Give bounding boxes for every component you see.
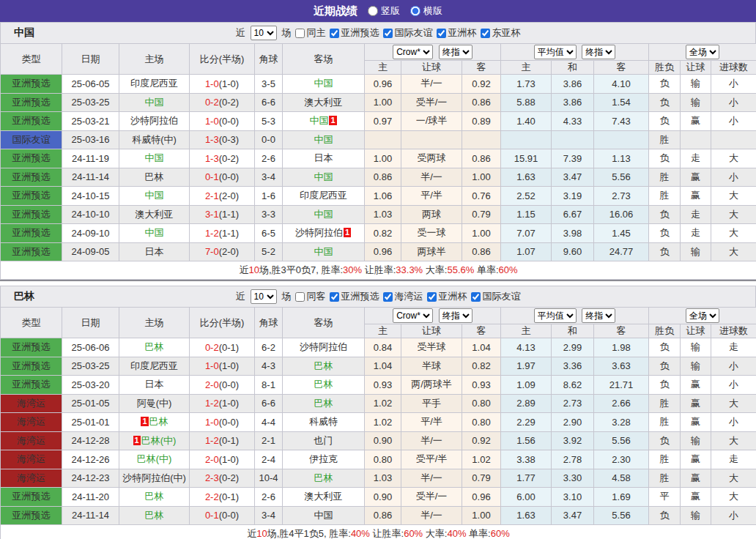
away-team-name: 巴林: [314, 360, 333, 371]
avg-home-odds-cell: 5.88: [501, 93, 552, 112]
result-goals-cell: 小: [711, 413, 756, 432]
avg-draw-odds-cell: 3.36: [552, 357, 594, 376]
col-type-header: 类型: [1, 44, 62, 75]
bookmaker-handicap-cell: 半球: [401, 357, 462, 376]
recent-count-select[interactable]: 10: [251, 26, 277, 40]
corners-cell: 2-1: [255, 431, 283, 450]
same-venue-checkbox[interactable]: [295, 292, 305, 302]
away-team-cell: 巴林: [283, 469, 365, 488]
home-team-cell: 1巴林(中): [119, 431, 190, 450]
average-odds-group: 平均值 终指: [501, 44, 649, 61]
bookmaker-home-odds-cell: 1.00: [365, 93, 401, 112]
same-venue-option[interactable]: 同主: [295, 26, 326, 40]
match-row: 亚洲预选24-09-10中国1-2(1-1)6-5沙特阿拉伯10.82受一球1.…: [1, 224, 756, 243]
date-cell: 24-11-19: [62, 149, 119, 168]
vertical-radio-label: 竖版: [381, 4, 400, 18]
bookmaker-away-odds-cell: 1.02: [462, 450, 501, 469]
match-row: 亚洲预选25-03-21沙特阿拉伯1-0(0-0)5-3中国10.97一/球半0…: [1, 112, 756, 131]
recent-count-select[interactable]: 10: [251, 289, 277, 304]
summary-segment: 10: [256, 528, 267, 539]
result-goals-cell: [711, 130, 756, 149]
home-team-name: 中国: [145, 227, 164, 238]
avg-home-odds-cell: 1.77: [501, 469, 552, 488]
competition-checkbox[interactable]: [481, 29, 490, 38]
bookmaker-away-odds-cell: 0.89: [462, 112, 501, 131]
vertical-radio[interactable]: [368, 6, 378, 16]
competition-checkbox[interactable]: [383, 29, 393, 38]
scope-select[interactable]: 全场: [686, 45, 719, 59]
date-cell: 24-12-28: [62, 431, 119, 450]
date-cell: 24-10-15: [62, 187, 119, 206]
average-select[interactable]: 平均值: [534, 308, 577, 323]
competition-option[interactable]: 海湾运: [383, 290, 423, 303]
competition-option[interactable]: 亚洲预选: [330, 290, 379, 303]
avg-draw-odds-cell: 8.62: [552, 376, 594, 395]
competition-checkbox[interactable]: [330, 29, 339, 38]
halftime-score: (0-3): [219, 134, 239, 145]
odds-away-header: 客: [462, 324, 501, 338]
home-team-cell: 沙特阿拉伯(中): [119, 469, 190, 488]
avg-draw-odds-cell: 6.67: [552, 205, 594, 224]
competition-label: 东亚杯: [492, 26, 521, 40]
avg-draw-odds-cell: 3.30: [552, 469, 594, 488]
average-odds-type-select[interactable]: 终指: [582, 45, 615, 59]
competition-option[interactable]: 国际友谊: [471, 290, 521, 303]
competition-checkbox[interactable]: [383, 292, 393, 302]
summary-segment: 10: [248, 264, 259, 275]
bookmaker-away-odds-cell: 0.80: [462, 413, 501, 432]
competition-label: 国际友谊: [483, 290, 521, 303]
halftime-score: (1-0): [219, 78, 239, 89]
odds-handicap-header: 让球: [401, 324, 462, 338]
avg-draw-odds-cell: 2.78: [552, 450, 594, 469]
average-select[interactable]: 平均值: [534, 45, 577, 59]
away-team-name: 中国: [314, 209, 333, 220]
summary-row: 近10场,胜3平0负7, 胜率:30% 让胜率:33.3% 大率:55.6% 单…: [1, 261, 756, 280]
col-corners-header: 角球: [255, 308, 283, 338]
bookmaker-select[interactable]: Crow*: [393, 45, 433, 59]
same-venue-checkbox[interactable]: [295, 29, 305, 38]
layout-horizontal-option[interactable]: 横版: [410, 4, 442, 18]
bookmaker-away-odds-cell: 0.76: [462, 187, 501, 206]
bookmaker-home-odds-cell: 0.97: [365, 112, 401, 131]
competition-option[interactable]: 东亚杯: [481, 26, 521, 40]
competition-option[interactable]: 亚洲杯: [427, 290, 467, 303]
bookmaker-odds-type-select[interactable]: 终指: [439, 45, 472, 59]
score-cell: 1-0(1-0): [190, 75, 255, 94]
away-team-cell: 中国: [283, 168, 365, 187]
away-team-cell: 巴林: [283, 376, 365, 395]
avg-draw-odds-cell: [552, 130, 594, 149]
competition-filters: 亚洲预选海湾运亚洲杯国际友谊: [330, 290, 521, 303]
odds-home-header: 主: [365, 324, 401, 338]
avg-away-odds-cell: 2.30: [594, 450, 649, 469]
competition-option[interactable]: 国际友谊: [383, 26, 433, 40]
section-header: 巴林 近 10 场 同客 亚洲预选海湾运亚洲杯国际友谊: [0, 286, 756, 307]
competition-checkbox[interactable]: [330, 292, 339, 302]
away-team-name: 日本: [314, 152, 333, 163]
competition-option[interactable]: 亚洲杯: [437, 26, 477, 40]
date-cell: 25-06-05: [62, 75, 119, 94]
page-title: 近期战绩: [314, 4, 357, 18]
corners-cell: 4-3: [255, 357, 283, 376]
bookmaker-away-odds-cell: 0.79: [462, 469, 501, 488]
away-team-cell: 伊拉克: [283, 450, 365, 469]
competition-checkbox[interactable]: [427, 292, 437, 302]
result-handicap-cell: 走: [681, 205, 711, 224]
result-goals-cell: 小: [711, 112, 756, 131]
competition-checkbox[interactable]: [471, 292, 481, 302]
summary-segment: 单率:: [474, 264, 498, 275]
horizontal-radio[interactable]: [410, 6, 420, 16]
result-winloss-cell: 胜: [649, 394, 681, 413]
bookmaker-odds-type-select[interactable]: 终指: [439, 308, 472, 323]
fulltime-score: 3-1: [205, 209, 219, 220]
competition-checkbox[interactable]: [437, 29, 446, 38]
summary-segment: 40%: [447, 528, 466, 539]
scope-select[interactable]: 全场: [686, 308, 719, 323]
layout-vertical-option[interactable]: 竖版: [368, 4, 400, 18]
result-goals-cell: 小: [711, 357, 756, 376]
bookmaker-select[interactable]: Crow*: [393, 308, 433, 323]
same-venue-option[interactable]: 同客: [295, 290, 326, 303]
average-odds-type-select[interactable]: 终指: [582, 308, 615, 323]
competition-option[interactable]: 亚洲预选: [330, 26, 379, 40]
home-team-cell: 中国: [119, 224, 190, 243]
bookmaker-home-odds-cell: 0.84: [365, 338, 401, 357]
